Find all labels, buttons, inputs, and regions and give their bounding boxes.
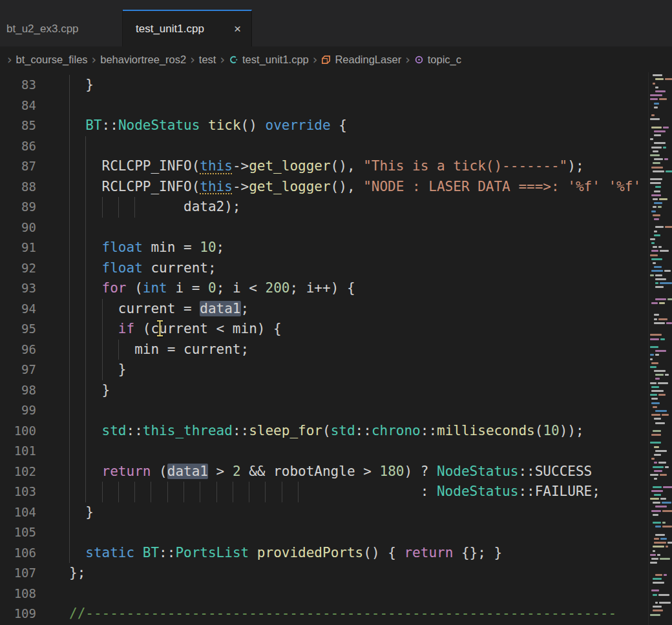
vscode-window: { "tabs": [ {"label": "bt_u2_ex3.cpp", "… [0, 0, 672, 625]
minimap-line [649, 103, 672, 105]
code-line[interactable]: 99 [0, 400, 672, 421]
code-line[interactable]: 96 min = current; [0, 340, 672, 360]
line-number[interactable]: 105 [0, 522, 36, 543]
line-number[interactable]: 95 [0, 319, 36, 340]
minimap-line [649, 210, 672, 212]
minimap-line [649, 366, 672, 368]
line-number[interactable]: 103 [0, 482, 36, 502]
line-number[interactable]: 104 [0, 502, 36, 523]
breadcrumb-item-test_unit1.cpp[interactable]: test_unit1.cpp [229, 54, 309, 66]
line-number[interactable]: 88 [0, 177, 36, 198]
line-number[interactable]: 91 [0, 238, 36, 258]
line-number[interactable]: 97 [0, 360, 36, 380]
line-number[interactable]: 109 [0, 604, 36, 624]
indent-guide [85, 299, 86, 320]
minimap-token [650, 94, 662, 96]
code-line[interactable]: 104 } [0, 502, 672, 523]
code-line[interactable]: 84 [0, 96, 672, 116]
line-number[interactable]: 89 [0, 197, 36, 218]
minimap-token [653, 546, 664, 548]
code-line[interactable]: 86 [0, 136, 672, 157]
code-line[interactable]: 95 if (current < min) { [0, 319, 672, 340]
code-line[interactable]: 102 return (data1 > 2 && robotAngle > 18… [0, 462, 672, 482]
code-line[interactable]: 87 RCLCPP_INFO(this->get_logger(), "This… [0, 156, 672, 177]
line-number[interactable]: 85 [0, 116, 36, 136]
minimap-token [658, 462, 666, 464]
tab-close-icon[interactable]: × [234, 22, 241, 36]
line-number[interactable]: 93 [0, 278, 36, 299]
code-line[interactable]: 103 : NodeStatus::FAILURE; [0, 482, 672, 502]
minimap-token [651, 147, 662, 149]
minimap-token [653, 150, 658, 152]
breadcrumb-item-topic_c[interactable]: topic_c [414, 54, 461, 66]
minimap-line [649, 342, 672, 344]
line-number[interactable]: 102 [0, 462, 36, 482]
code-line[interactable]: 107}; [0, 563, 672, 584]
indent-guide [69, 340, 70, 360]
minimap-token [658, 594, 669, 596]
code-token: return [404, 545, 453, 560]
line-number[interactable]: 84 [0, 96, 36, 116]
code-line[interactable]: 92 float current; [0, 258, 672, 279]
code-text: BT::NodeStatus tick() override { [69, 116, 347, 136]
line-number[interactable]: 87 [0, 156, 36, 177]
line-number[interactable]: 96 [0, 340, 36, 360]
code-line[interactable]: 101 [0, 441, 672, 462]
minimap-token [654, 418, 661, 420]
minimap-line [649, 498, 672, 500]
line-number[interactable]: 99 [0, 400, 36, 421]
code-line[interactable]: 85 BT::NodeStatus tick() override { [0, 116, 672, 136]
code-line[interactable]: 93 for (int i = 0; i < 200; i++) { [0, 278, 672, 299]
line-number[interactable]: 90 [0, 218, 36, 238]
code-line[interactable]: 109//-----------------------------------… [0, 604, 672, 624]
minimap-token [653, 74, 662, 76]
editor[interactable]: 83 }8485 BT::NodeStatus tick() override … [0, 72, 672, 625]
indent-guide [85, 400, 86, 421]
line-number[interactable]: 107 [0, 563, 36, 584]
minimap-token [653, 262, 656, 264]
line-number[interactable]: 94 [0, 299, 36, 320]
minimap-line [649, 478, 672, 480]
code-line[interactable]: 88 RCLCPP_INFO(this->get_logger(), "NODE… [0, 177, 672, 198]
line-number[interactable]: 108 [0, 584, 36, 604]
breadcrumb-item-bt_course_files[interactable]: bt_course_files [16, 54, 88, 66]
minimap-token [650, 394, 657, 396]
breadcrumb-item-ReadingLaser[interactable]: ReadingLaser [321, 54, 401, 66]
code-token: ; i < [216, 280, 266, 296]
code-line[interactable]: 108 [0, 584, 672, 604]
code-token: ( [151, 464, 167, 479]
minimap-line [649, 378, 672, 380]
code-token: ( [535, 423, 543, 438]
chevron-right-icon: › [190, 52, 195, 67]
line-number[interactable]: 92 [0, 258, 36, 279]
line-number[interactable]: 106 [0, 543, 36, 564]
line-number[interactable]: 83 [0, 75, 36, 96]
code-line[interactable]: 91 float min = 10; [0, 238, 672, 258]
indent-guide [69, 197, 70, 218]
line-number[interactable]: 86 [0, 136, 36, 157]
line-number[interactable]: 100 [0, 421, 36, 442]
line-number[interactable]: 101 [0, 441, 36, 462]
code-line[interactable]: 94 current = data1; [0, 299, 672, 320]
code-line[interactable]: 83 } [0, 75, 672, 96]
minimap-token [653, 466, 664, 468]
minimap-line [649, 98, 672, 100]
tab-bt_u2_ex3.cpp[interactable]: bt_u2_ex3.cpp [0, 10, 123, 46]
breadcrumb-item-behaviortree_ros2[interactable]: behaviortree_ros2 [100, 54, 186, 66]
tab-test_unit1.cpp[interactable]: test_unit1.cpp× [123, 10, 252, 46]
code-line[interactable]: 89 data2); [0, 197, 672, 218]
code-line[interactable]: 105 [0, 522, 672, 543]
code-line[interactable]: 98 } [0, 380, 672, 401]
code-line[interactable]: 106 static BT::PortsList providedPorts()… [0, 543, 672, 564]
code-line[interactable]: 100 std::this_thread::sleep_for(std::chr… [0, 421, 672, 442]
breadcrumb-item-test[interactable]: test [199, 54, 216, 66]
minimap-line [649, 374, 672, 376]
code-line[interactable]: 90 [0, 218, 672, 238]
line-number[interactable]: 98 [0, 380, 36, 401]
minimap[interactable] [648, 72, 672, 625]
code-token: BT [85, 118, 101, 133]
minimap-line [649, 602, 672, 604]
minimap-token [653, 514, 658, 516]
code-line[interactable]: 97 } [0, 360, 672, 380]
chevron-right-icon: › [313, 52, 318, 67]
